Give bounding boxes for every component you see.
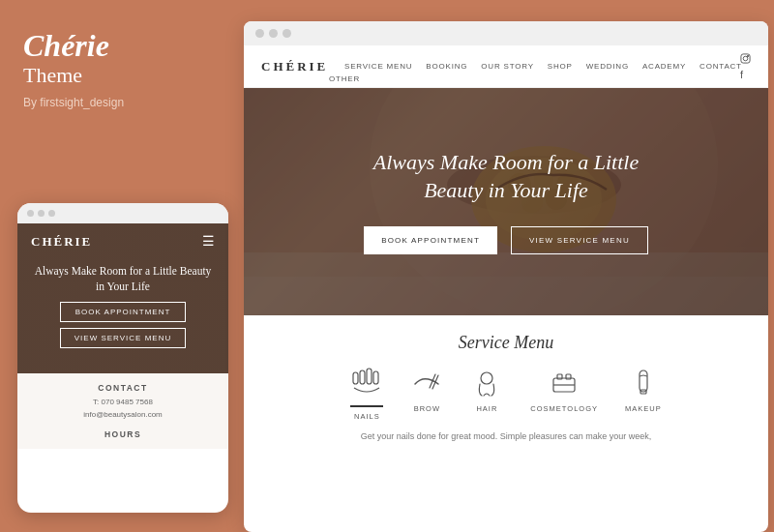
desktop-hero: Always Make Room for a Little Beauty in … — [244, 88, 768, 315]
facebook-icon[interactable]: f — [740, 69, 751, 80]
mobile-phone: T: 070 9485 7568 — [31, 397, 215, 409]
desktop-service-section: Service Menu NAILS — [244, 315, 768, 453]
service-icon-nails[interactable]: NAILS — [350, 367, 383, 421]
desktop-nav-other[interactable]: OTHER — [329, 74, 360, 83]
desktop-hero-content: Always Make Room for a Little Beauty in … — [364, 149, 648, 253]
desktop-nav-link-academy[interactable]: ACADEMY — [642, 62, 686, 71]
nails-label: NAILS — [354, 412, 380, 421]
cosmetology-label: COSMETOLOGY — [530, 404, 598, 413]
svg-point-1 — [743, 56, 748, 61]
service-icon-makeup[interactable]: MAKEUP — [625, 367, 662, 421]
desktop-service-description: Get your nails done for great mood. Simp… — [259, 430, 753, 444]
makeup-icon — [627, 367, 660, 399]
desktop-logo: CHÉRIE — [261, 59, 329, 74]
service-icon-brow[interactable]: BROW — [410, 367, 443, 421]
desktop-nav-link-wedding[interactable]: WEDDING — [586, 62, 629, 71]
mobile-dot-3 — [48, 210, 55, 217]
desktop-nav-link-contact[interactable]: CONTACT — [700, 62, 742, 71]
desktop-hero-title-line1: Always Make Room for a Little — [364, 149, 648, 177]
desktop-service-icons: NAILS BROW HAIR — [259, 367, 753, 421]
nails-icon — [350, 367, 383, 399]
desktop-dot-2 — [269, 29, 278, 38]
desktop-service-button[interactable]: VIEW SERVICE MENU — [511, 226, 648, 254]
desktop-nav: CHÉRIE SERVICE MENUBOOKINGOUR STORYSHOPW… — [244, 45, 768, 88]
mobile-service-button[interactable]: VIEW SERVICE MENU — [60, 328, 186, 348]
svg-rect-17 — [367, 369, 372, 384]
mobile-contact-title: CONTACT — [31, 383, 215, 393]
svg-rect-27 — [640, 370, 647, 392]
mobile-contact-info: T: 070 9485 7568 info@beautysalon.com — [31, 397, 215, 422]
mobile-email: info@beautysalon.com — [31, 409, 215, 422]
desktop-service-title: Service Menu — [259, 333, 753, 353]
desktop-dot-1 — [255, 29, 264, 38]
mobile-dot-1 — [27, 210, 34, 217]
mobile-buttons: BOOK APPOINTMENT VIEW SERVICE MENU — [31, 302, 215, 348]
mobile-hours-title: HOURS — [31, 429, 215, 439]
mobile-hero: CHÉRIE ☰ Always Make Room for a Little B… — [17, 223, 228, 373]
mobile-dots-bar — [17, 203, 228, 223]
desktop-nav-links: SERVICE MENUBOOKINGOUR STORYSHOPWEDDINGA… — [344, 62, 742, 71]
desktop-hero-buttons: BOOK APPOINTMENT VIEW SERVICE MENU — [364, 226, 648, 254]
author-credit: By firstsight_design — [23, 96, 217, 109]
mobile-logo: CHÉRIE — [31, 234, 92, 250]
instagram-icon[interactable] — [740, 53, 751, 66]
svg-rect-19 — [373, 371, 378, 384]
desktop-nav-link-shop[interactable]: SHOP — [548, 62, 573, 71]
desktop-preview: CHÉRIE SERVICE MENUBOOKINGOUR STORYSHOPW… — [244, 21, 768, 532]
svg-line-21 — [432, 375, 438, 389]
brow-icon — [410, 367, 443, 399]
theme-name: Chérie Theme — [23, 29, 217, 88]
brow-label: BROW — [414, 404, 440, 413]
hair-icon — [470, 367, 503, 399]
desktop-dot-3 — [283, 29, 291, 38]
desktop-dots-bar — [244, 21, 768, 45]
theme-subtitle: Theme — [23, 63, 82, 87]
svg-rect-16 — [360, 370, 365, 384]
mobile-book-button[interactable]: BOOK APPOINTMENT — [60, 302, 186, 322]
makeup-label: MAKEUP — [625, 404, 662, 413]
desktop-nav-link-service-menu[interactable]: SERVICE MENU — [344, 62, 412, 71]
desktop-hero-title: Always Make Room for a Little Beauty in … — [364, 149, 648, 204]
mobile-nav: CHÉRIE ☰ — [31, 233, 215, 250]
mobile-dot-2 — [38, 210, 45, 217]
service-icon-cosmetology[interactable]: COSMETOLOGY — [530, 367, 598, 421]
svg-rect-18 — [353, 372, 358, 384]
service-icon-hair[interactable]: HAIR — [470, 367, 503, 421]
desktop-nav-link-our-story[interactable]: OUR STORY — [481, 62, 533, 71]
cosmetology-icon — [548, 367, 580, 399]
mobile-hamburger-icon[interactable]: ☰ — [202, 233, 215, 250]
desktop-hero-title-line2: Beauty in Your Life — [364, 177, 648, 205]
hair-label: HAIR — [476, 404, 497, 413]
mobile-contact-section: CONTACT T: 070 9485 7568 info@beautysalo… — [17, 373, 228, 449]
nails-underline — [350, 405, 383, 407]
left-panel: Chérie Theme By firstsight_design CHÉRIE… — [0, 0, 240, 532]
desktop-book-button[interactable]: BOOK APPOINTMENT — [364, 226, 497, 254]
mobile-hero-text: Always Make Room for a Little Beauty in … — [31, 263, 215, 294]
theme-title: Chérie — [23, 28, 109, 63]
svg-point-22 — [481, 372, 492, 384]
desktop-nav-link-booking[interactable]: BOOKING — [426, 62, 467, 71]
svg-point-2 — [747, 55, 748, 56]
mobile-preview: CHÉRIE ☰ Always Make Room for a Little B… — [17, 203, 228, 513]
desktop-social-links[interactable]: f — [740, 53, 751, 80]
